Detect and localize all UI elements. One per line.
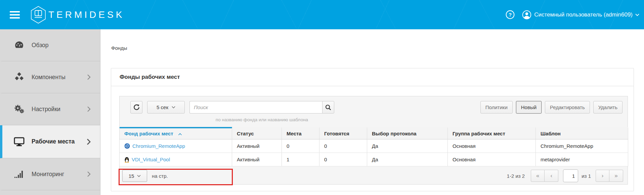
- sidebar: Обзор Компоненты: [0, 29, 100, 195]
- delete-button[interactable]: Удалить: [593, 101, 622, 113]
- column-header-preparing[interactable]: Готовятся: [319, 127, 367, 139]
- chevron-down-icon: [137, 175, 141, 177]
- termidesk-logo-icon: [30, 6, 46, 24]
- sidebar-item-label: Обзор: [32, 42, 49, 49]
- bar-chart-icon: [13, 170, 25, 178]
- brand-wordmark: TERMIDESK: [48, 9, 124, 20]
- table-cell-status: Активный: [232, 139, 282, 153]
- chevron-right-icon: [87, 138, 91, 145]
- next-page-button[interactable]: ›: [596, 170, 609, 182]
- sidebar-item-label: Рабочие места: [32, 138, 75, 145]
- table-cell-group: Основная: [448, 139, 536, 153]
- page-number-input[interactable]: [563, 169, 578, 182]
- gears-icon: [13, 104, 25, 114]
- search-button[interactable]: [322, 101, 334, 113]
- table-cell-template: metaprovider: [536, 153, 628, 166]
- first-page-button[interactable]: «: [531, 170, 545, 182]
- page-title: Фонды рабочих мест: [120, 74, 180, 80]
- column-header-seats[interactable]: Места: [282, 127, 319, 139]
- table-cell-preparing: 0: [319, 139, 367, 153]
- refresh-icon: [133, 104, 140, 110]
- refresh-button[interactable]: [130, 101, 142, 113]
- column-header-pool[interactable]: Фонд рабочих мест: [120, 127, 232, 139]
- sidebar-item-label: Мониторинг: [32, 171, 64, 178]
- page-total-label: из 1: [582, 173, 591, 179]
- action-buttons: Политики Новый Редактировать Удалить: [480, 101, 622, 113]
- table-cell-protocol: Да: [367, 139, 448, 153]
- gauge-icon: [13, 40, 25, 50]
- pagination: 1-2 из 2 « ‹ из 1 › »: [507, 169, 623, 182]
- sidebar-item-label: Настройки: [32, 106, 60, 113]
- table-cell-status: Активный: [232, 153, 282, 166]
- pools-panel: Фонды рабочих мест 5 сек: [111, 68, 634, 191]
- column-header-template[interactable]: Шаблон: [536, 127, 628, 139]
- pool-link[interactable]: VDI_Virtual_Pool: [132, 153, 170, 166]
- svg-text:?: ?: [509, 12, 512, 18]
- table-row-cell-pool: Chromium_RemoteApp: [120, 139, 232, 153]
- last-page-button[interactable]: »: [609, 170, 623, 182]
- panel-header: Фонды рабочих мест: [111, 68, 634, 86]
- pagination-forward-group: › »: [596, 170, 623, 182]
- sidebar-item-label: Компоненты: [32, 74, 66, 81]
- pools-table: Фонд рабочих мест Статус Места Готовятся…: [120, 127, 628, 166]
- pool-link[interactable]: Chromium_RemoteApp: [132, 139, 185, 153]
- chevron-right-icon: [87, 171, 91, 177]
- chevron-down-icon: [172, 106, 175, 108]
- pools-toolbar-and-table: 5 сек Политики Новый Редактировать: [119, 96, 628, 185]
- column-header-label: Фонд рабочих мест: [124, 131, 173, 136]
- page-size-value: 15: [129, 173, 134, 179]
- page-size-select[interactable]: 15: [122, 170, 147, 182]
- refresh-interval-value: 5 сек: [157, 104, 168, 110]
- user-circle-icon: [522, 10, 531, 20]
- policies-button[interactable]: Политики: [480, 101, 513, 113]
- sidebar-item-components[interactable]: Компоненты: [0, 61, 100, 93]
- sidebar-item-workplaces[interactable]: Рабочие места: [0, 125, 100, 158]
- page-size-suffix: на стр.: [152, 173, 168, 179]
- range-label: 1-2 из 2: [507, 173, 525, 179]
- sidebar-item-monitoring[interactable]: Мониторинг: [0, 158, 100, 190]
- column-header-group[interactable]: Группа рабочих мест: [448, 127, 536, 139]
- column-header-status[interactable]: Статус: [232, 127, 282, 139]
- table-cell-preparing: 0: [319, 153, 367, 166]
- table-cell-seats: 1: [282, 153, 319, 166]
- refresh-interval-select[interactable]: 5 сек: [147, 101, 185, 113]
- search-group: [189, 101, 334, 113]
- pagination-back-group: « ‹: [531, 170, 558, 182]
- user-name: Системный пользователь (admin609): [534, 11, 633, 18]
- monitor-icon: [13, 137, 25, 147]
- hamburger-icon[interactable]: [10, 11, 20, 19]
- search-input[interactable]: [189, 101, 322, 113]
- user-menu[interactable]: Системный пользователь (admin609): [522, 10, 639, 20]
- edit-button[interactable]: Редактировать: [545, 101, 590, 113]
- chevron-down-icon: [635, 13, 639, 16]
- chevron-right-icon: [87, 74, 91, 80]
- sort-asc-icon: [178, 133, 182, 135]
- new-button[interactable]: Новый: [516, 101, 542, 113]
- table-cell-group: Основная: [448, 153, 536, 166]
- help-circle-icon[interactable]: ?: [506, 10, 515, 19]
- topbar: TERMIDESK ? Системный пользователь (admi…: [0, 0, 644, 29]
- table-cell-protocol: Да: [367, 153, 448, 166]
- chromium-icon: [124, 143, 130, 149]
- tux-icon: [124, 157, 129, 163]
- search-icon: [325, 104, 331, 110]
- sidebar-item-overview[interactable]: Обзор: [0, 29, 100, 61]
- sidebar-item-settings[interactable]: Настройки: [0, 93, 100, 125]
- prev-page-button[interactable]: ‹: [545, 170, 558, 182]
- breadcrumb: Фонды: [111, 45, 127, 51]
- search-hint: по названию фонда или названию шаблона: [189, 117, 334, 122]
- toolbar: 5 сек Политики Новый Редактировать: [130, 101, 622, 113]
- cubes-icon: [13, 72, 25, 82]
- column-header-protocol[interactable]: Выбор протокола: [367, 127, 448, 139]
- page-size-area: 15 на стр.: [122, 170, 168, 182]
- chevron-right-icon: [87, 106, 91, 112]
- table-cell-template: Chromium_RemoteApp: [536, 139, 628, 153]
- table-row-cell-pool: VDI_Virtual_Pool: [120, 153, 232, 166]
- table-cell-seats: 0: [282, 139, 319, 153]
